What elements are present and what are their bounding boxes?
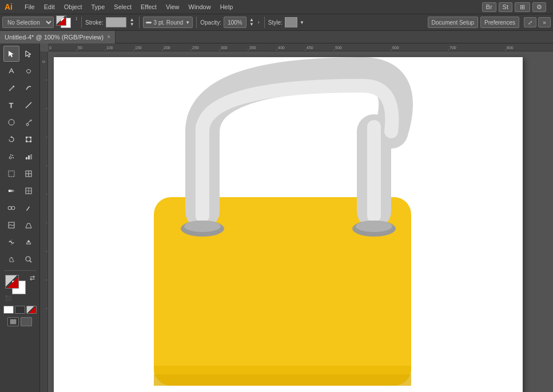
- style-swatch[interactable]: [285, 17, 297, 27]
- svg-rect-11: [26, 141, 27, 142]
- direct-select-tool[interactable]: [21, 46, 37, 62]
- stroke-type-label: 3 pt. Round: [154, 19, 184, 26]
- tool-row-6: [3, 131, 37, 147]
- arrange-icon[interactable]: ⤢: [524, 17, 536, 27]
- select-tool[interactable]: [3, 46, 19, 62]
- stroke-type-arrow[interactable]: ▼: [185, 20, 190, 25]
- screen-mode-btn[interactable]: [7, 317, 19, 326]
- foreground-color-swatch[interactable]: [5, 275, 19, 289]
- sync-btn[interactable]: ⚙: [532, 2, 546, 12]
- sep4: [264, 17, 265, 28]
- stock-btn[interactable]: St: [499, 2, 512, 12]
- tab-title: Untitled-4* @ 100% (RGB/Preview): [5, 34, 104, 41]
- opacity-expand-icon[interactable]: ›: [258, 19, 260, 25]
- perspective-tool[interactable]: [21, 217, 37, 233]
- default-colors-icon[interactable]: ⬛: [5, 295, 11, 301]
- menu-type[interactable]: Type: [87, 2, 109, 11]
- selection-dropdown[interactable]: No Selection: [2, 17, 54, 28]
- reshape-tool[interactable]: [21, 234, 37, 250]
- column-graph-tool[interactable]: [21, 149, 37, 165]
- tool-row-8: [3, 166, 37, 182]
- svg-rect-20: [9, 171, 14, 177]
- grid-btn[interactable]: ⊞: [515, 2, 530, 12]
- smooth-tool[interactable]: [21, 80, 37, 96]
- tool-row-4: T: [3, 97, 37, 113]
- svg-point-5: [9, 119, 14, 125]
- menu-select[interactable]: Select: [110, 2, 136, 11]
- svg-text:150: 150: [135, 46, 142, 50]
- swap-icon[interactable]: ↕: [75, 15, 78, 21]
- svg-point-32: [27, 241, 29, 243]
- tool-row-1: [3, 46, 37, 62]
- main-area: T: [0, 43, 553, 392]
- hand-tool[interactable]: [3, 251, 19, 267]
- fill-mode-btn[interactable]: [3, 306, 14, 314]
- menu-object[interactable]: Object: [60, 2, 86, 11]
- stroke-color[interactable]: [106, 17, 126, 27]
- canvas-area: 0 50 100 150 200 250 300 350 400: [40, 43, 553, 392]
- svg-point-28: [8, 206, 11, 210]
- rotate-tool[interactable]: [3, 131, 19, 147]
- transform-tool[interactable]: [21, 131, 37, 147]
- svg-text:350: 350: [249, 46, 256, 50]
- svg-text:50: 50: [78, 46, 82, 50]
- menu-edit[interactable]: Edit: [40, 2, 59, 11]
- gradient-tool[interactable]: [3, 183, 19, 199]
- live-paint-tool[interactable]: [21, 200, 37, 216]
- bridge-btn[interactable]: Br: [482, 2, 496, 12]
- ellipse-tool[interactable]: [3, 114, 19, 130]
- pencil-tool[interactable]: [3, 80, 19, 96]
- preferences-button[interactable]: Preferences: [480, 17, 519, 28]
- left-toolbar: T: [0, 43, 40, 392]
- menubar: Ai File Edit Object Type Select Effect V…: [0, 0, 553, 14]
- menu-window[interactable]: Window: [185, 2, 215, 11]
- sep1: [81, 17, 82, 28]
- menu-file[interactable]: File: [21, 2, 39, 11]
- tool-row-5: [3, 114, 37, 130]
- fill-swatch[interactable]: [56, 15, 66, 26]
- blend-tool[interactable]: [3, 200, 19, 216]
- document-tab[interactable]: Untitled-4* @ 100% (RGB/Preview) ×: [0, 31, 116, 43]
- image-trace-tool[interactable]: [3, 217, 19, 233]
- svg-point-15: [13, 157, 14, 158]
- svg-text:400: 400: [278, 46, 285, 50]
- symbol-tool[interactable]: [3, 149, 19, 165]
- tool-row-11: [3, 217, 37, 233]
- svg-marker-0: [9, 51, 14, 57]
- tool-row-9: [3, 183, 37, 199]
- slice-tool[interactable]: [21, 166, 37, 182]
- svg-text:300: 300: [221, 46, 228, 50]
- menu-effect[interactable]: Effect: [137, 2, 161, 11]
- zoom-tool[interactable]: [21, 251, 37, 267]
- lasso-tool[interactable]: [21, 63, 37, 79]
- swap-colors-icon[interactable]: ⇄: [30, 275, 35, 281]
- stroke-mode-btn[interactable]: [15, 306, 25, 314]
- color-swatch-area: ⇄ ⬛: [4, 275, 36, 301]
- menu-view[interactable]: View: [162, 2, 184, 11]
- type-tool[interactable]: T: [3, 97, 19, 113]
- svg-rect-18: [28, 155, 30, 159]
- artboard-tool[interactable]: [3, 166, 19, 182]
- tool-row-13: [3, 251, 37, 267]
- svg-marker-7: [10, 136, 13, 138]
- warp-tool[interactable]: [3, 234, 19, 250]
- svg-text:800: 800: [507, 46, 514, 50]
- extra-icon[interactable]: »: [538, 17, 551, 27]
- opacity-input[interactable]: [224, 17, 246, 28]
- paintbrush-tool[interactable]: [21, 114, 37, 130]
- document-setup-button[interactable]: Document Setup: [428, 17, 479, 28]
- opacity-arrows[interactable]: ▲ ▼: [249, 18, 254, 27]
- tab-close-button[interactable]: ×: [107, 34, 110, 40]
- svg-rect-10: [30, 137, 31, 138]
- stroke-arrows[interactable]: ▲ ▼: [130, 18, 134, 27]
- style-arrow[interactable]: ▼: [300, 20, 304, 25]
- line-tool[interactable]: [21, 97, 37, 113]
- svg-point-16: [10, 154, 11, 155]
- canvas-viewport: [48, 51, 553, 392]
- artboards-btn[interactable]: [21, 317, 32, 326]
- menu-help[interactable]: Help: [216, 2, 237, 11]
- opacity-label: Opacity:: [200, 19, 221, 26]
- mesh-tool[interactable]: [21, 183, 37, 199]
- pen-tool[interactable]: [3, 63, 19, 79]
- gradient-mode-btn[interactable]: [26, 306, 37, 314]
